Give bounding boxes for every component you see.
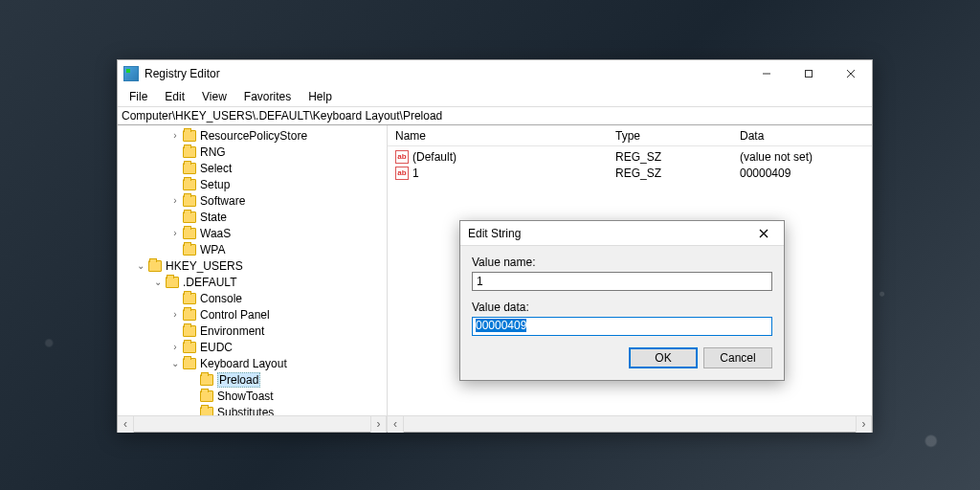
folder-icon xyxy=(183,195,196,207)
collapse-icon[interactable]: ⌄ xyxy=(135,260,146,271)
value-data-field[interactable]: 00000409 xyxy=(472,317,772,336)
expand-icon[interactable]: › xyxy=(169,342,181,352)
tree-item-preload[interactable]: Preload xyxy=(118,371,387,388)
folder-icon xyxy=(183,358,196,369)
expand-icon[interactable]: › xyxy=(169,309,181,320)
value-name: (Default) xyxy=(412,150,457,164)
folder-icon xyxy=(183,212,196,223)
folder-icon xyxy=(148,260,162,272)
folder-icon xyxy=(183,163,196,174)
menu-favorites[interactable]: Favorites xyxy=(236,89,299,104)
value-type: REG_SZ xyxy=(608,167,732,180)
tree-pane: ›ResourcePolicyStore RNG Select Setup ›S… xyxy=(118,125,388,432)
collapse-icon[interactable]: ⌄ xyxy=(152,277,164,287)
tree-item[interactable]: Select xyxy=(118,160,387,176)
expand-icon[interactable]: › xyxy=(169,228,181,238)
address-text: Computer\HKEY_USERS\.DEFAULT\Keyboard La… xyxy=(122,109,442,122)
tree-item[interactable]: ›Control Panel xyxy=(118,306,387,323)
collapse-icon[interactable]: ⌄ xyxy=(169,358,181,368)
dialog-close-button[interactable] xyxy=(751,221,776,246)
tree-item[interactable]: Environment xyxy=(118,323,387,339)
col-type[interactable]: Type xyxy=(608,126,732,145)
titlebar[interactable]: Registry Editor xyxy=(118,60,872,87)
tree-item[interactable]: Console xyxy=(118,290,387,306)
tree-item-default[interactable]: ⌄.DEFAULT xyxy=(118,274,387,290)
tree-item-keyboardlayout[interactable]: ⌄Keyboard Layout xyxy=(118,355,387,371)
address-bar[interactable]: Computer\HKEY_USERS\.DEFAULT\Keyboard La… xyxy=(118,106,872,125)
close-button[interactable] xyxy=(830,60,872,87)
string-value-icon xyxy=(395,150,409,164)
menu-file[interactable]: File xyxy=(122,89,155,104)
ok-button[interactable]: OK xyxy=(629,347,698,368)
expand-icon[interactable]: › xyxy=(169,130,181,141)
folder-icon xyxy=(183,293,196,304)
cancel-button[interactable]: Cancel xyxy=(703,347,772,368)
app-icon xyxy=(123,66,139,81)
folder-icon xyxy=(183,342,196,353)
scroll-right-icon[interactable]: › xyxy=(370,416,387,433)
menubar: File Edit View Favorites Help xyxy=(118,87,872,106)
scroll-left-icon[interactable]: ‹ xyxy=(388,416,404,433)
col-data[interactable]: Data xyxy=(732,126,872,145)
col-name[interactable]: Name xyxy=(388,126,608,145)
list-header: Name Type Data xyxy=(388,125,872,146)
tree-item[interactable]: ›Software xyxy=(118,192,387,209)
list-row[interactable]: 1 REG_SZ 00000409 xyxy=(388,165,872,181)
value-name-label: Value name: xyxy=(472,256,772,269)
maximize-button[interactable] xyxy=(788,60,830,87)
value-data: (value not set) xyxy=(732,150,872,164)
tree-item[interactable]: ShowToast xyxy=(118,388,387,404)
dialog-body: Value name: Value data: 00000409 OK Canc… xyxy=(460,246,784,380)
scroll-left-icon[interactable]: ‹ xyxy=(118,416,134,433)
menu-view[interactable]: View xyxy=(194,89,234,104)
folder-icon xyxy=(183,179,196,190)
folder-icon xyxy=(166,277,179,288)
folder-icon xyxy=(200,407,213,416)
value-type: REG_SZ xyxy=(608,150,732,164)
minimize-button[interactable] xyxy=(746,60,788,87)
tree-view[interactable]: ›ResourcePolicyStore RNG Select Setup ›S… xyxy=(118,125,387,415)
string-value-icon xyxy=(395,167,409,180)
window-title: Registry Editor xyxy=(145,67,220,80)
folder-icon xyxy=(183,244,196,256)
dialog-title: Edit String xyxy=(468,227,521,240)
value-data-text: 00000409 xyxy=(476,319,526,332)
dialog-buttons: OK Cancel xyxy=(472,347,772,368)
tree-item[interactable]: ›ResourcePolicyStore xyxy=(118,127,387,144)
folder-icon xyxy=(200,374,213,386)
tree-item[interactable]: ›WaaS xyxy=(118,225,387,241)
tree-item[interactable]: WPA xyxy=(118,241,387,257)
menu-edit[interactable]: Edit xyxy=(157,89,192,104)
expand-icon[interactable]: › xyxy=(169,195,181,206)
value-name: 1 xyxy=(412,167,419,180)
list-hscrollbar[interactable]: ‹ › xyxy=(388,415,872,432)
value-data: 00000409 xyxy=(732,167,872,180)
menu-help[interactable]: Help xyxy=(301,89,340,104)
tree-item[interactable]: Setup xyxy=(118,176,387,192)
folder-icon xyxy=(183,325,196,337)
folder-icon xyxy=(183,228,196,239)
value-data-label: Value data: xyxy=(472,301,772,314)
tree-item[interactable]: State xyxy=(118,209,387,225)
window-controls xyxy=(746,60,872,87)
dialog-titlebar[interactable]: Edit String xyxy=(460,221,784,246)
svg-rect-1 xyxy=(806,71,813,78)
folder-icon xyxy=(183,130,196,142)
folder-icon xyxy=(183,146,196,158)
scroll-right-icon[interactable]: › xyxy=(856,416,872,433)
tree-item[interactable]: ›EUDC xyxy=(118,339,387,355)
folder-icon xyxy=(183,309,196,321)
value-name-field[interactable] xyxy=(472,272,772,291)
tree-item-hkeyusers[interactable]: ⌄HKEY_USERS xyxy=(118,257,387,274)
tree-hscrollbar[interactable]: ‹ › xyxy=(118,415,387,432)
list-row[interactable]: (Default) REG_SZ (value not set) xyxy=(388,148,872,165)
tree-item[interactable]: Substitutes xyxy=(118,404,387,415)
folder-icon xyxy=(200,390,213,402)
edit-string-dialog: Edit String Value name: Value data: 0000… xyxy=(459,220,785,381)
tree-item[interactable]: RNG xyxy=(118,144,387,160)
